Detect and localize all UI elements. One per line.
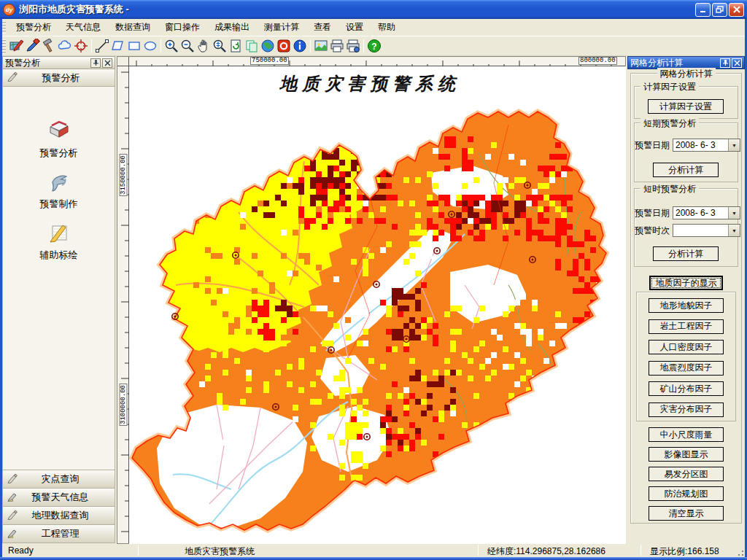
right-panel-title: 网格分析计算 <box>630 57 719 69</box>
menu-item[interactable]: 设置 <box>338 19 371 36</box>
left-panel-category-bar[interactable]: 灾点查询 <box>2 470 115 489</box>
left-panel-section-header[interactable]: 预警分析 <box>2 69 115 87</box>
map-canvas[interactable]: 地质灾害预警系统 <box>129 66 626 544</box>
left-panel-item-label: 预警分析 <box>3 147 115 160</box>
pin-icon[interactable] <box>90 58 101 68</box>
application-window: dy 浏阳市地质灾害预警系统 - 预警分析天气信息数据查询窗口操作成果输出测量计… <box>0 0 747 560</box>
toolbar-separator <box>160 39 161 52</box>
layer-display-button[interactable]: 防治规划图 <box>649 486 724 501</box>
toolbar-separator <box>310 39 311 52</box>
svg-text:?: ? <box>371 42 376 52</box>
map-view: 750000.00800000.00 3150000.003100000.00 … <box>117 56 626 544</box>
menu-item[interactable]: 窗口操作 <box>158 19 207 36</box>
menu-item[interactable]: 预警分析 <box>9 19 58 36</box>
hand-pen-icon <box>7 71 19 84</box>
layer-display-button[interactable]: 易发分区图 <box>649 467 724 481</box>
horizontal-ruler: 750000.00800000.00 <box>129 57 625 66</box>
restore-button[interactable] <box>712 3 727 17</box>
layer-display-button[interactable]: 影像图显示 <box>649 447 724 462</box>
right-panel-grid-analysis: 网格分析计算 网格分析计算 计算因子设置 计算因子设置 短期预警分析 预警日期 … <box>627 56 745 544</box>
map-image-icon[interactable] <box>313 38 329 54</box>
close-button[interactable] <box>729 3 744 17</box>
close-icon[interactable] <box>102 58 112 68</box>
category-bar-label: 工程管理 <box>25 527 96 540</box>
window-border <box>0 557 747 560</box>
toolbar-separator <box>91 39 92 52</box>
print-icon[interactable] <box>329 38 345 54</box>
factor-settings-button[interactable]: 计算因子设置 <box>648 99 724 114</box>
nowcast-date-dropdown[interactable]: 2008- 6- 3 ▼ <box>673 206 740 219</box>
zoom-in-icon[interactable] <box>163 38 179 54</box>
factor-button[interactable]: 人口密度因子 <box>649 340 724 354</box>
locate-crosshair-icon[interactable] <box>73 38 89 54</box>
layer-display-button[interactable]: 清空显示 <box>649 506 724 521</box>
copy-view-icon[interactable] <box>244 38 260 54</box>
left-panel-item-label: 辅助标绘 <box>3 249 115 262</box>
menu-item[interactable]: 测量计算 <box>257 19 306 36</box>
refresh-view-icon[interactable] <box>228 38 244 54</box>
menu-item[interactable]: 天气信息 <box>58 19 108 36</box>
menu-item[interactable]: 数据查询 <box>108 19 158 36</box>
pin-icon[interactable] <box>720 58 730 68</box>
toolbar-separator <box>363 39 364 52</box>
category-bar-label: 灾点查询 <box>25 472 96 486</box>
left-panel-header-label: 预警分析 <box>25 71 97 85</box>
close-icon[interactable] <box>732 58 742 68</box>
menu-item[interactable]: 成果输出 <box>207 19 257 36</box>
chevron-down-icon[interactable]: ▼ <box>728 225 740 236</box>
left-panel-category-bar[interactable]: 地理数据查询 <box>2 507 115 525</box>
style-brush-icon[interactable] <box>25 38 41 54</box>
short-term-date-dropdown[interactable]: 2008- 6- 3 ▼ <box>673 139 740 152</box>
stop-icon[interactable] <box>276 38 292 54</box>
resize-grip[interactable] <box>735 547 744 556</box>
status-display-scale: 显示比例:166.158 <box>650 545 719 558</box>
warning-make-icon <box>47 183 71 195</box>
minimize-button[interactable] <box>695 3 711 17</box>
geo-factor-display-button[interactable]: 地质因子的显示 <box>649 276 723 290</box>
zoom-out-icon[interactable] <box>179 38 196 54</box>
pan-hand-icon[interactable] <box>196 38 212 54</box>
tools-hammer-icon[interactable] <box>41 38 57 54</box>
draw-ellipse-icon[interactable] <box>142 38 158 54</box>
left-panel-item[interactable]: 预警分析 <box>3 119 115 160</box>
layer-display-button[interactable]: 中小尺度雨量 <box>649 427 724 442</box>
menu-item[interactable]: 帮助 <box>371 19 403 36</box>
toolbar-grip-handle[interactable] <box>2 39 6 52</box>
hand-pen-icon <box>7 473 19 486</box>
chevron-down-icon[interactable]: ▼ <box>728 207 740 219</box>
menu-item[interactable]: 查看 <box>306 19 338 36</box>
title-bar: dy 浏阳市地质灾害预警系统 - <box>0 0 747 19</box>
factor-button[interactable]: 岩土工程因子 <box>649 319 724 334</box>
draw-line-icon[interactable] <box>94 38 110 54</box>
short-term-analyze-button[interactable]: 分析计算 <box>653 163 719 177</box>
chevron-down-icon[interactable]: ▼ <box>728 139 740 151</box>
left-panel-category-bar[interactable]: 预警天气信息 <box>2 489 115 507</box>
nowcast-analyze-button[interactable]: 分析计算 <box>653 246 719 261</box>
factor-button[interactable]: 矿山分布因子 <box>649 381 724 396</box>
factor-button[interactable]: 地形地貌因子 <box>649 298 724 313</box>
map-edit-icon[interactable] <box>9 38 25 54</box>
draw-polygon-icon[interactable] <box>110 38 126 54</box>
draw-rect-icon[interactable] <box>126 38 142 54</box>
nowcast-time-dropdown[interactable]: ▼ <box>673 224 740 237</box>
category-bar-label: 地理数据查询 <box>25 509 96 522</box>
left-panel-category-bar[interactable]: 工程管理 <box>2 525 115 543</box>
ruler-label: 3100000.00 <box>120 384 128 426</box>
factor-button[interactable]: 地震烈度因子 <box>649 361 724 376</box>
tool-bar: ? <box>0 36 747 56</box>
zoom-extent-icon[interactable] <box>212 38 228 54</box>
nowcast-legend: 短时预警分析 <box>640 183 699 195</box>
ruler-label: 3150000.00 <box>120 154 128 196</box>
left-panel-item[interactable]: 辅助标绘 <box>3 221 115 262</box>
cloud-icon[interactable] <box>57 38 73 54</box>
window-border <box>0 19 2 560</box>
ruler-corner <box>117 57 129 66</box>
print-setup-icon[interactable] <box>345 38 361 54</box>
left-panel-warning-analysis: 预警分析 预警分析 预警分析预警制作辅助标绘 灾点查询预警天气信息地理数据查询工… <box>2 56 115 544</box>
info-icon[interactable] <box>292 38 308 54</box>
left-panel-item[interactable]: 预警制作 <box>3 170 115 211</box>
globe-icon[interactable] <box>260 38 276 54</box>
factor-button[interactable]: 灾害分布因子 <box>649 402 724 417</box>
help-icon[interactable]: ? <box>366 38 382 54</box>
menubar-grip-handle[interactable] <box>2 21 6 33</box>
